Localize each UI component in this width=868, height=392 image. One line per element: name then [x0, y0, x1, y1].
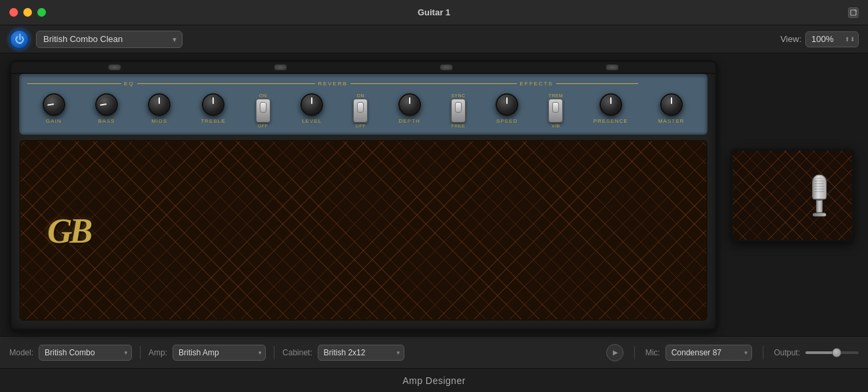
toolbar: ⏻ British Combo Clean ▼ View: 100% ⬆⬇	[0, 25, 868, 53]
window-controls[interactable]	[9, 8, 46, 17]
free-label: FREE	[452, 123, 466, 128]
bass-label: BASS	[98, 118, 115, 124]
amp-select-wrapper: British Amp ▼	[173, 345, 266, 361]
model-select-wrapper: British Combo ▼	[39, 345, 132, 361]
speed-label: SPEED	[496, 118, 518, 124]
expand-button[interactable]	[848, 7, 859, 18]
depth-knob[interactable]	[398, 93, 421, 116]
cabinet-grille	[733, 151, 852, 240]
reverb-toggle-group: ON OFF	[256, 93, 270, 128]
cabinet-panel	[725, 60, 859, 331]
output-slider[interactable]	[805, 351, 859, 354]
power-button[interactable]: ⏻	[9, 29, 29, 49]
handle-strip	[11, 62, 715, 74]
amp-label: Amp:	[149, 348, 167, 357]
amp-logo: GB	[47, 211, 90, 250]
microphone	[812, 175, 827, 217]
svg-rect-0	[851, 10, 856, 15]
app-title: Amp Designer	[402, 375, 466, 386]
presence-group: PRESENCE	[594, 93, 628, 124]
cabinet-select[interactable]: British 2x12	[318, 345, 404, 361]
bass-knob[interactable]	[95, 93, 118, 116]
sync-toggle[interactable]	[451, 99, 466, 123]
trem-toggle-group: TREM VIB	[548, 93, 563, 128]
power-icon: ⏻	[15, 34, 25, 44]
trem-label: TREM	[548, 93, 563, 98]
maximize-button[interactable]	[37, 8, 46, 17]
effects-off-label: OFF	[356, 123, 366, 128]
effects-on-label: ON	[357, 93, 365, 98]
gain-knob[interactable]	[43, 93, 65, 116]
master-knob[interactable]	[660, 93, 683, 116]
mic-body	[816, 200, 823, 213]
play-button[interactable]: ▶	[606, 344, 624, 361]
presence-knob[interactable]	[600, 93, 622, 116]
treble-group: TREBLE	[201, 93, 225, 124]
controls-panel: EQ REVERB EFFECTS	[19, 74, 707, 135]
mids-group: MIDS	[148, 93, 171, 124]
sync-label: SYNC	[451, 93, 465, 98]
view-select[interactable]: 100%	[805, 31, 859, 47]
model-select[interactable]: British Combo	[39, 345, 132, 361]
amp-body: EQ REVERB EFFECTS	[9, 60, 717, 331]
section-labels-row: EQ REVERB EFFECTS	[27, 81, 699, 87]
play-icon: ▶	[613, 349, 618, 356]
gain-label: GAIN	[46, 118, 62, 124]
master-label: MASTER	[658, 118, 684, 124]
speed-knob[interactable]	[496, 93, 518, 116]
speed-group: SPEED	[496, 93, 518, 124]
level-group: LEVEL	[300, 93, 323, 124]
reverb-on-label: ON	[259, 93, 267, 98]
reverb-off-label: OFF	[258, 123, 268, 128]
minimize-button[interactable]	[23, 8, 32, 17]
bottom-bar: Model: British Combo ▼ Amp: British Amp …	[0, 336, 868, 368]
app-title-bar: Amp Designer	[0, 368, 868, 392]
reverb-label: REVERB	[315, 81, 350, 87]
mic-select-wrapper: Condenser 87 ▼	[665, 345, 752, 361]
effects-toggle-group: ON OFF	[353, 93, 368, 128]
close-button[interactable]	[9, 8, 18, 17]
effects-toggle[interactable]	[353, 99, 368, 123]
reverb-toggle[interactable]	[256, 99, 270, 123]
handle-2	[274, 64, 287, 71]
vib-label: VIB	[552, 123, 560, 128]
trem-toggle[interactable]	[548, 99, 563, 123]
view-wrapper: 100% ⬆⬇	[805, 31, 859, 47]
amp-select[interactable]: British Amp	[173, 345, 266, 361]
mic-label: Mic:	[646, 348, 660, 357]
main-area: EQ REVERB EFFECTS	[0, 53, 868, 336]
gain-group: GAIN	[43, 93, 65, 124]
title-bar-right	[848, 7, 859, 18]
mic-base	[813, 213, 826, 217]
cabinet-label: Cabinet:	[282, 348, 312, 357]
preset-select[interactable]: British Combo Clean	[36, 31, 183, 48]
speaker-grille: GB	[19, 140, 707, 321]
knobs-row: GAIN BASS MIDS TREBLE	[27, 91, 699, 129]
master-group: MASTER	[658, 93, 684, 124]
window-title: Guitar 1	[418, 7, 450, 17]
cabinet-box	[731, 149, 854, 242]
handle-4	[606, 64, 619, 71]
effects-label: EFFECTS	[517, 81, 556, 87]
presence-label: PRESENCE	[594, 118, 628, 124]
treble-knob[interactable]	[202, 93, 224, 116]
grille-pattern	[21, 141, 706, 319]
depth-group: DEPTH	[398, 93, 421, 124]
eq-label: EQ	[121, 81, 137, 87]
mic-head	[812, 175, 827, 200]
mids-knob[interactable]	[148, 93, 171, 116]
level-label: LEVEL	[302, 118, 322, 124]
level-knob[interactable]	[300, 93, 323, 116]
bass-group: BASS	[95, 93, 118, 124]
mic-select[interactable]: Condenser 87	[665, 345, 752, 361]
treble-label: TREBLE	[201, 118, 225, 124]
view-label: View:	[780, 34, 801, 44]
title-bar: Guitar 1	[0, 0, 868, 25]
sync-toggle-group: SYNC FREE	[451, 93, 466, 128]
depth-label: DEPTH	[399, 118, 420, 124]
model-label: Model:	[9, 348, 33, 357]
preset-wrapper: British Combo Clean ▼	[36, 31, 183, 48]
handle-1	[108, 64, 121, 71]
output-label: Output:	[774, 348, 800, 357]
handle-3	[440, 64, 453, 71]
